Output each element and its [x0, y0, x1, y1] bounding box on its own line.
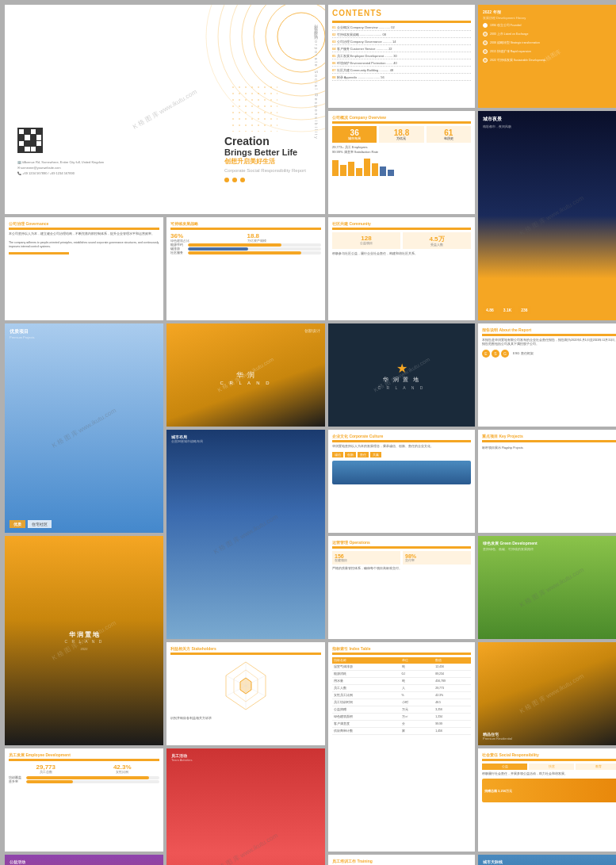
- night-city-stats: 4.86 3.1K 236: [483, 306, 531, 314]
- crland-dark-en: C R L A N D: [378, 385, 426, 390]
- timeline-subtitle: 发展历程 Development History: [483, 16, 616, 20]
- financial-title: 员工培训工作 Training: [332, 859, 471, 863]
- table-page: 指标索引 Index Table 指标名称单位数值 温室气体排放吨12,456 …: [328, 642, 475, 852]
- strategy-bar1: 能源节约: [170, 243, 321, 247]
- night-city-title: 城市夜景: [483, 116, 616, 123]
- table-content: 指标名称单位数值 温室气体排放吨12,456 能源消耗GJ89,234 用水量吨…: [332, 657, 471, 735]
- operations-page: 运营管理 Operations 156 在建项目 98% 交付率 严格的质量管控…: [328, 536, 475, 639]
- cover-main-text: Creation Brings Better Life 创想升启美好生活 Cor…: [224, 135, 306, 182]
- strategy-title: 可持续发展战略: [170, 221, 321, 226]
- night-city-watermark: K 格 图 库 www.ikutu.com: [518, 193, 585, 237]
- social-photo-content: 公益活动: [5, 855, 163, 865]
- ops-text: 严格的质量管控体系，确保每个项目高标准交付。: [332, 567, 471, 571]
- financial-photo-content: 城市天际线 City Skyline: [478, 855, 616, 865]
- orange-arch-page: 创新设计 华 润 C R L A N D K 格 图 库 www.ikutu.c…: [166, 323, 325, 427]
- dual-photo-page: 重点项目 Key Projects 标杆项目展示 Flagship Projec…: [478, 430, 616, 533]
- culture-photo-small: [332, 461, 471, 484]
- contents-item-6: 06 环境保护 Environmental Protection .......…: [332, 61, 471, 67]
- city-watermark: K 格 图 库 www.ikutu.com: [212, 512, 280, 556]
- ops-divider: [332, 546, 471, 549]
- social-highlight-bar: 捐赠总额 3,256万元: [482, 779, 616, 802]
- financial-stats-page: 员工培训工作 Training 48.5 小时/人均培训 98% 覆盖率 1,2…: [328, 855, 475, 865]
- night-city-page: 城市夜景 精彩都市，夜间风貌 4.86 3.1K 236 K 格 图 库 www…: [478, 111, 616, 320]
- svg-point-3: [242, 5, 325, 96]
- social-photo-title: 公益活动: [10, 859, 159, 864]
- governance-text: 本公司坚持以人为本，建立健全公司治理结构，不断完善内部控制体系，提升企业管理水平…: [9, 232, 159, 249]
- contents-divider: [332, 21, 471, 23]
- strategy-page: 可持续发展战略 36% 绿色建筑占比 18.8 万亿资产规模 能源节约 碳排放 …: [166, 217, 325, 320]
- orange-arch-content: 创新设计 华 润 C R L A N D: [166, 323, 325, 427]
- governance-divider: [9, 228, 159, 230]
- bridge-photo-page: 华 润 置 地 C R L A N D 2022 K 格 图 库 www.iku…: [5, 536, 163, 745]
- stats-bar-chart: [332, 156, 471, 176]
- spider-chart: [218, 658, 274, 714]
- social-tags: 公益 扶贫 教育: [482, 764, 616, 770]
- report-title: 报告说明 About the Report: [482, 327, 616, 332]
- crland-en: C R L A N D: [220, 381, 271, 385]
- employee-text-page: 员工发展 Employee Development 29,773 员工总数 42…: [5, 748, 163, 852]
- contents-title: CONTENTS: [332, 9, 471, 17]
- social-divider: [482, 759, 616, 761]
- culture-page: 企业文化 Corporate Culture 华润置地坚持以人为本的发展理念，秉…: [328, 430, 475, 533]
- green-field-page: 绿色发展 Green Development 坚持绿色、低碳、可持续的发展路径 …: [478, 536, 616, 639]
- stakeholder-text: 识别并响应各利益相关方诉求: [170, 717, 321, 721]
- community-title: 社区共建 Community: [332, 221, 471, 226]
- stats-row: 36 城市布局 18.8 万亿元 61 年历史: [332, 126, 471, 143]
- city-desc: 全国36座城市战略布局: [171, 439, 320, 443]
- employee-photo-watermark: K 格 图 库 www.ikutu.com: [212, 831, 280, 865]
- stats-description: 29,773+ 员工 Employees 99.99% 满意率 Satisfac…: [332, 145, 471, 154]
- contents-item-7: 07 社区共建 Community Building ........... 4…: [332, 68, 471, 74]
- green-content: 绿色发展 Green Development 坚持绿色、低碳、可持续的发展路径: [478, 536, 616, 556]
- social-title: 社会责任 Social Responsibility: [482, 752, 616, 757]
- pages-grid: 创想升启美好生活 Corporate Social Responsibility…: [0, 0, 616, 865]
- green-desc: 坚持绿色、低碳、可持续的发展路径: [483, 547, 616, 551]
- stakeholder-page: 利益相关方 Stakeholders 识别并响应各利益相关方诉求: [166, 642, 325, 745]
- building-stats-row: 优质 住宅社区: [10, 520, 159, 528]
- community-grid: 128 公益项目 4.5万 受益人数: [332, 232, 471, 249]
- city-landscape-page: 城市布局 全国36座城市战略布局 K 格 图 库 www.ikutu.com: [166, 430, 325, 639]
- night-city-content: 城市夜景 精彩都市，夜间风貌: [478, 111, 616, 133]
- social-photo-page: 公益活动 K 格 图 库 www.ikutu.com: [5, 855, 163, 865]
- cover-company-info: 🏢 #Avenue Rd, Somewhere, Entire City ful…: [17, 160, 104, 177]
- community-divider: [332, 228, 471, 230]
- strategy-stats: 36% 绿色建筑占比 18.8 万亿资产规模: [170, 232, 321, 243]
- star-icon: ★: [396, 361, 407, 376]
- dual-photo-title: 重点项目 Key Projects: [482, 434, 616, 438]
- community-page: 社区共建 Community 128 公益项目 4.5万 受益人数 积极参与社区…: [328, 217, 475, 320]
- report-text-page: 报告说明 About the Report 本报告是华润置地有限公司发布的企业社…: [478, 323, 616, 427]
- orange-arch-subtitle: 创新设计: [171, 328, 320, 333]
- green-watermark: K 格 图 库 www.ikutu.com: [518, 565, 585, 609]
- ops-title: 运营管理 Operations: [332, 540, 471, 545]
- employee-photo-desc: Team Activities: [171, 758, 320, 762]
- building-watermark: K 格 图 库 www.ikutu.com: [51, 406, 118, 450]
- contents-item-2: 02 可持续发展战略 ......................... 08: [332, 33, 471, 38]
- governance-title: 公司治理 Governance: [9, 221, 159, 226]
- cover-vertical-text: 创想升启美好生活 Corporate Social Responsibility: [314, 21, 319, 140]
- contents-item-4: 04 客户服务 Customer Service ............. 2…: [332, 47, 471, 52]
- culture-divider: [332, 440, 471, 442]
- interior-photo-page: 精品住宅 Premium Residential K 格 图 库 www.iku…: [478, 642, 616, 745]
- bridge-subtitle: C R L A N D: [65, 639, 104, 644]
- building-photo-page: 优质项目 Premium Projects 优质 住宅社区 K 格 图 库 ww…: [5, 323, 163, 533]
- employee-stats: 29,773 员工总数 42.3% 女性比例: [9, 764, 159, 774]
- cover-dots-svg: [230, 84, 277, 132]
- employee-photo-page: 员工活动 Team Activities K 格 图 库 www.ikutu.c…: [166, 748, 325, 865]
- building-content: 优质项目 Premium Projects: [5, 323, 163, 344]
- culture-title: 企业文化 Corporate Culture: [332, 434, 471, 438]
- social-text-page: 社会责任 Social Responsibility 公益 扶贫 教育 积极履行…: [478, 748, 616, 852]
- crland-zh: 华 润: [220, 370, 271, 381]
- orange-timeline-page: 2022 年报 发展历程 Development History 1994 创立…: [478, 5, 616, 108]
- strategy-divider: [170, 228, 321, 230]
- culture-text: 华润置地坚持以人为本的发展理念，秉承诚信、创新、责任的企业文化。: [332, 445, 471, 449]
- report-icons: E S G ESG 责任框架: [482, 350, 616, 358]
- contents-item-8: 08 附录 Appendix .........................…: [332, 75, 471, 81]
- community-text: 积极参与社区公益，履行企业社会责任，构建和谐社区关系。: [332, 252, 471, 256]
- table-divider: [332, 653, 471, 655]
- stats-divider: [332, 121, 471, 124]
- cover-qr-code: [17, 128, 43, 153]
- culture-tags: 诚信 创新 责任 共赢: [332, 452, 471, 457]
- bridge-year: 2022: [81, 647, 88, 651]
- city-content: 城市布局 全国36座城市战略布局: [166, 430, 325, 448]
- employee-photo-content: 员工活动 Team Activities: [166, 748, 325, 767]
- bridge-content: 华 润 置 地 C R L A N D 2022: [5, 536, 163, 745]
